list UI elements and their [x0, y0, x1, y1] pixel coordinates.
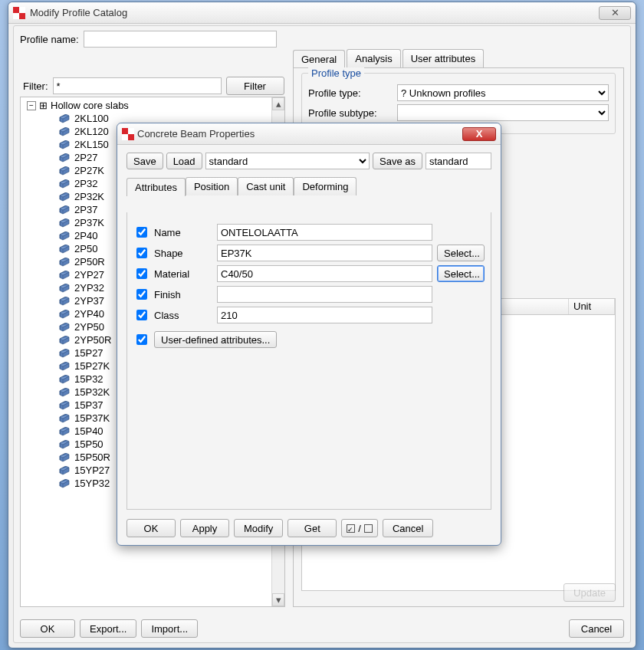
tree-item-label: 15P37 — [74, 399, 104, 411]
sub-titlebar[interactable]: Concrete Beam Properties X — [117, 123, 501, 145]
tree-item-label: 2YP50 — [74, 321, 104, 333]
import-button[interactable]: Import... — [141, 619, 198, 638]
profile-icon — [59, 310, 70, 319]
material-select-button[interactable]: Select... — [437, 265, 485, 282]
apply-button[interactable]: Apply — [180, 519, 229, 537]
profile-icon — [59, 466, 70, 475]
tree-item-label: 15P27K — [74, 360, 110, 372]
svg-rect-5 — [128, 134, 134, 140]
tab-deforming[interactable]: Deforming — [294, 177, 356, 195]
tree-item-label: 2P40 — [74, 230, 97, 241]
col-unit: Unit — [569, 299, 615, 314]
tab-general[interactable]: General — [293, 50, 345, 68]
name-input[interactable] — [217, 224, 432, 241]
shape-input[interactable] — [217, 245, 432, 261]
filter-button[interactable]: Filter — [226, 77, 284, 95]
profile-icon — [59, 297, 70, 306]
sub-cancel-button[interactable]: Cancel — [383, 519, 433, 537]
uda-button[interactable]: User-defined attributes... — [154, 331, 277, 348]
tree-item-label: 2YP50R — [74, 334, 111, 346]
tree-item-label: 15P37K — [74, 412, 110, 424]
tree-item-label: 2P50R — [74, 256, 105, 268]
profile-icon — [59, 192, 70, 202]
material-input[interactable] — [217, 265, 432, 282]
save-as-button[interactable]: Save as — [373, 153, 422, 169]
concrete-beam-properties-dialog: Concrete Beam Properties X Save Load sta… — [117, 123, 501, 546]
tree-item-label: 2KL150 — [74, 139, 109, 150]
profile-icon — [59, 375, 70, 384]
tree-root-label: Hollow core slabs — [51, 100, 129, 111]
finish-label: Finish — [154, 289, 212, 300]
tab-analysis[interactable]: Analysis — [347, 49, 400, 67]
tree-item-label: 15P50R — [74, 451, 110, 463]
export-button[interactable]: Export... — [80, 619, 136, 638]
name-checkbox[interactable] — [136, 227, 147, 238]
tree-item-label: 2P37K — [74, 217, 104, 228]
dialog-buttons: OK Export... Import... Cancel — [20, 619, 624, 638]
tab-cast-unit[interactable]: Cast unit — [238, 177, 294, 195]
sub-close-button[interactable]: X — [462, 127, 496, 141]
scroll-down-icon[interactable]: ▾ — [272, 593, 284, 606]
preset-select[interactable]: standard — [205, 153, 370, 169]
profile-icon — [59, 271, 70, 280]
class-checkbox[interactable] — [136, 310, 147, 320]
tree-item-label: 15P27 — [74, 347, 104, 359]
profile-icon — [59, 179, 70, 189]
save-button[interactable]: Save — [127, 153, 163, 169]
get-button[interactable]: Get — [288, 519, 337, 537]
scroll-up-icon[interactable]: ▴ — [272, 97, 284, 110]
material-checkbox[interactable] — [136, 268, 147, 279]
titlebar[interactable]: Modify Profile Catalog ✕ — [8, 2, 636, 24]
tree-item-label: 15YP32 — [74, 478, 110, 489]
close-button[interactable]: ✕ — [599, 6, 631, 20]
profile-name-input[interactable] — [84, 31, 277, 48]
cancel-button[interactable]: Cancel — [569, 619, 624, 638]
ok-button[interactable]: OK — [20, 619, 75, 638]
tab-position[interactable]: Position — [186, 177, 238, 195]
tree-item-label: 2P27 — [74, 152, 97, 163]
sub-ok-button[interactable]: OK — [127, 519, 176, 537]
tree-item-label: 2YP32 — [74, 282, 104, 294]
uda-checkbox[interactable] — [136, 334, 147, 345]
class-input[interactable] — [217, 307, 432, 323]
finish-input[interactable] — [217, 286, 432, 303]
load-button[interactable]: Load — [166, 153, 202, 169]
group-title: Profile type — [308, 67, 364, 79]
save-as-input[interactable] — [426, 153, 491, 169]
profile-type-select[interactable]: ? Unknown profiles — [397, 84, 609, 101]
tab-user-attributes[interactable]: User attributes — [402, 49, 485, 67]
name-label: Name — [154, 227, 212, 238]
profile-icon — [59, 323, 70, 332]
finish-checkbox[interactable] — [136, 289, 147, 300]
profile-icon — [59, 440, 70, 449]
profile-icon — [59, 218, 70, 228]
tree-item-label: 2P32 — [74, 178, 97, 189]
collapse-icon[interactable]: − — [27, 101, 36, 110]
shape-select-button[interactable]: Select... — [437, 245, 485, 261]
filter-input[interactable] — [53, 77, 222, 94]
profile-icon — [59, 205, 70, 215]
tree-root[interactable]: −⊞Hollow core slabs — [21, 99, 284, 112]
tree-item-label: 2YP27 — [74, 269, 104, 281]
sub-tabs: Attributes Position Cast unit Deforming — [127, 177, 491, 195]
profile-icon — [59, 388, 70, 397]
profile-subtype-label: Profile subtype: — [308, 107, 393, 119]
tree-item-label: 2P37 — [74, 204, 97, 215]
class-label: Class — [154, 310, 212, 321]
profile-icon — [59, 153, 70, 162]
shape-checkbox[interactable] — [136, 248, 147, 258]
tree-item-label: 2P27K — [74, 165, 104, 176]
toggle-checkboxes[interactable]: / — [341, 519, 378, 537]
profile-name-label: Profile name: — [20, 34, 79, 45]
app-icon — [122, 128, 134, 140]
profile-icon — [59, 140, 70, 149]
tree-item-label: 15P32 — [74, 373, 104, 385]
profile-subtype-select[interactable] — [397, 104, 609, 121]
profile-icon — [59, 231, 70, 241]
profile-icon — [59, 349, 70, 358]
profile-icon — [59, 114, 70, 123]
filter-label: Filter: — [23, 80, 48, 92]
profile-icon — [59, 414, 70, 423]
tab-attributes[interactable]: Attributes — [127, 178, 186, 196]
modify-button[interactable]: Modify — [234, 519, 283, 537]
